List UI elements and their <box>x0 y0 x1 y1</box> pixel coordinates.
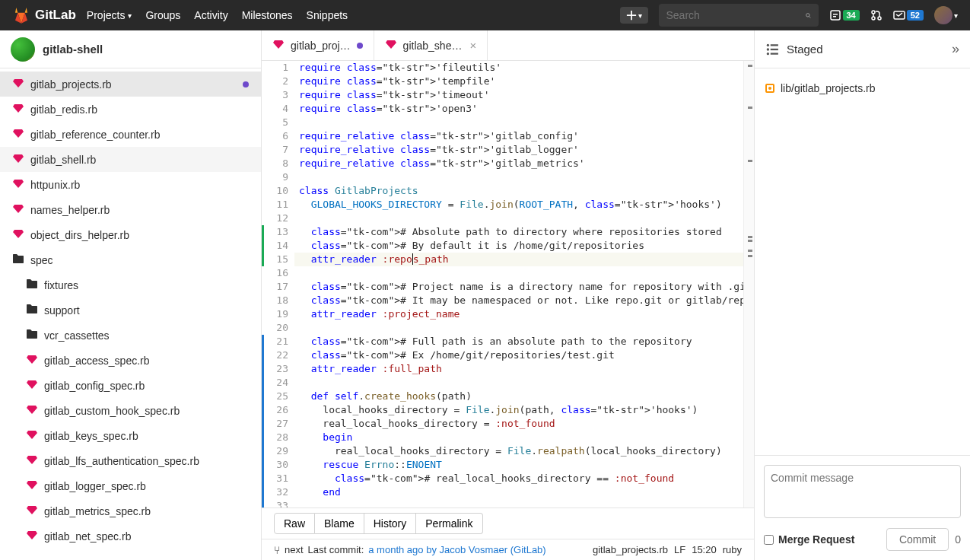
search-box[interactable] <box>659 4 819 27</box>
todos-link[interactable]: 52 <box>893 9 924 21</box>
gitlab-icon <box>12 6 30 24</box>
last-commit-link[interactable]: a month ago by Jacob Vosmaer (GitLab) <box>368 544 545 555</box>
blame-button[interactable]: Blame <box>315 513 364 534</box>
ruby-icon <box>26 529 38 543</box>
merge-request-checkbox[interactable]: Merge Request <box>764 533 854 546</box>
new-button[interactable]: ▾ <box>620 7 648 24</box>
editor-tab-1[interactable]: gitlab_shel…× <box>374 30 488 60</box>
tree-folder-vcr-cassettes[interactable]: vcr_cassettes <box>0 323 261 348</box>
tree-file-gitlab-metrics-spec-rb[interactable]: gitlab_metrics_spec.rb <box>0 498 261 523</box>
ruby-icon <box>26 378 38 393</box>
code-editor[interactable]: 1234567891011121314151617181920212223242… <box>262 61 754 508</box>
staged-file[interactable]: lib/gitlab_projects.rb <box>765 82 959 94</box>
staged-panel: Staged » lib/gitlab_projects.rb Merge Re… <box>754 30 970 560</box>
tree-file-gitlab-custom-hook-spec-rb[interactable]: gitlab_custom_hook_spec.rb <box>0 398 261 423</box>
branch-name[interactable]: next <box>285 544 304 555</box>
code-content[interactable]: require class="tk-str">'fileutils'requir… <box>294 61 743 508</box>
merge-requests-link[interactable] <box>870 9 883 21</box>
file-tree-sidebar: gitlab-shell gitlab_projects.rbgitlab_re… <box>0 30 262 560</box>
tree-item-label: vcr_cassettes <box>44 329 110 342</box>
project-title: gitlab-shell <box>43 43 103 56</box>
main-nav: Projects ▾ Groups Activity Milestones Sn… <box>87 9 348 21</box>
svg-point-6 <box>878 17 881 20</box>
gitlab-logo[interactable]: GitLab <box>12 6 76 24</box>
editor-tab-0[interactable]: gitlab_proj… <box>262 30 374 60</box>
svg-rect-1 <box>831 11 840 20</box>
collapse-icon[interactable]: » <box>952 41 959 57</box>
nav-projects[interactable]: Projects ▾ <box>87 9 132 21</box>
svg-rect-3 <box>833 16 836 18</box>
chevron-down-icon: ▾ <box>638 11 642 20</box>
todos-icon <box>893 9 905 21</box>
project-header[interactable]: gitlab-shell <box>0 30 261 68</box>
staged-header: Staged » <box>755 30 970 68</box>
tree-folder-support[interactable]: support <box>0 298 261 323</box>
tree-item-label: names_helper.rb <box>30 204 110 216</box>
tree-folder-fixtures[interactable]: fixtures <box>0 272 261 298</box>
ruby-icon <box>12 177 24 192</box>
ruby-icon <box>12 152 24 167</box>
ruby-icon <box>26 428 38 443</box>
ruby-icon <box>26 479 38 493</box>
close-icon[interactable]: × <box>470 39 477 52</box>
ruby-icon <box>12 228 24 242</box>
status-filename: gitlab_projects.rb <box>593 544 668 555</box>
tree-file-gitlab-logger-spec-rb[interactable]: gitlab_logger_spec.rb <box>0 473 261 498</box>
nav-snippets[interactable]: Snippets <box>307 9 348 21</box>
status-encoding[interactable]: LF <box>674 544 685 555</box>
svg-point-10 <box>767 48 769 50</box>
folder-icon <box>26 278 38 291</box>
tree-file-object-dirs-helper-rb[interactable]: object_dirs_helper.rb <box>0 222 261 247</box>
tree-file-gitlab-lfs-authentication-spec-rb[interactable]: gitlab_lfs_authentication_spec.rb <box>0 448 261 473</box>
status-language[interactable]: ruby <box>723 544 742 555</box>
avatar <box>934 6 953 24</box>
line-gutter: 1234567891011121314151617181920212223242… <box>264 61 294 508</box>
tree-item-label: gitlab_net_spec.rb <box>44 530 131 542</box>
tree-file-gitlab-config-spec-rb[interactable]: gitlab_config_spec.rb <box>0 373 261 398</box>
svg-rect-9 <box>771 44 778 46</box>
tree-item-label: object_dirs_helper.rb <box>30 229 129 241</box>
issues-icon <box>829 9 841 21</box>
tree-folder-spec[interactable]: spec <box>0 247 261 272</box>
commit-message-input[interactable] <box>764 465 961 518</box>
nav-milestones[interactable]: Milestones <box>242 9 293 21</box>
folder-icon <box>12 253 24 266</box>
history-button[interactable]: History <box>364 513 417 534</box>
tree-file-gitlab-shell-rb[interactable]: gitlab_shell.rb <box>0 147 261 172</box>
tab-label: gitlab_proj… <box>291 40 351 52</box>
minimap[interactable] <box>743 61 754 508</box>
ruby-icon <box>26 453 38 468</box>
ruby-icon <box>26 504 38 518</box>
tree-item-label: gitlab_keys_spec.rb <box>44 430 138 442</box>
tree-file-gitlab-projects-rb[interactable]: gitlab_projects.rb <box>0 72 261 97</box>
main-area: gitlab-shell gitlab_projects.rbgitlab_re… <box>0 30 970 560</box>
merge-request-checkbox-input[interactable] <box>764 535 774 545</box>
tree-item-label: gitlab_logger_spec.rb <box>44 480 146 492</box>
nav-activity[interactable]: Activity <box>194 9 227 21</box>
staged-file-path: lib/gitlab_projects.rb <box>781 82 876 94</box>
permalink-button[interactable]: Permalink <box>416 513 482 534</box>
commit-button[interactable]: Commit <box>886 528 949 551</box>
tree-item-label: spec <box>30 254 53 266</box>
tree-item-label: gitlab_lfs_authentication_spec.rb <box>44 455 199 467</box>
tree-file-gitlab-net-spec-rb[interactable]: gitlab_net_spec.rb <box>0 523 261 549</box>
nav-groups[interactable]: Groups <box>145 9 180 21</box>
tree-file-httpunix-rb[interactable]: httpunix.rb <box>0 172 261 197</box>
staged-title: Staged <box>787 43 823 56</box>
tree-file-gitlab-redis-rb[interactable]: gitlab_redis.rb <box>0 97 261 122</box>
raw-button[interactable]: Raw <box>274 513 315 534</box>
folder-icon <box>26 329 38 342</box>
tree-file-gitlab-access-spec-rb[interactable]: gitlab_access_spec.rb <box>0 348 261 373</box>
issues-link[interactable]: 34 <box>829 9 860 21</box>
status-position[interactable]: 15:20 <box>692 544 717 555</box>
modified-dot-icon <box>357 43 363 49</box>
tree-file-gitlab-reference-counter-rb[interactable]: gitlab_reference_counter.rb <box>0 122 261 147</box>
tree-file-names-helper-rb[interactable]: names_helper.rb <box>0 197 261 222</box>
tree-file-gitlab-keys-spec-rb[interactable]: gitlab_keys_spec.rb <box>0 423 261 448</box>
ruby-icon <box>12 102 24 116</box>
svg-point-12 <box>767 52 769 54</box>
file-tree[interactable]: gitlab_projects.rbgitlab_redis.rbgitlab_… <box>0 68 261 560</box>
search-input[interactable] <box>666 9 800 21</box>
user-menu[interactable]: ▾ <box>934 6 958 24</box>
ruby-icon <box>26 403 38 418</box>
